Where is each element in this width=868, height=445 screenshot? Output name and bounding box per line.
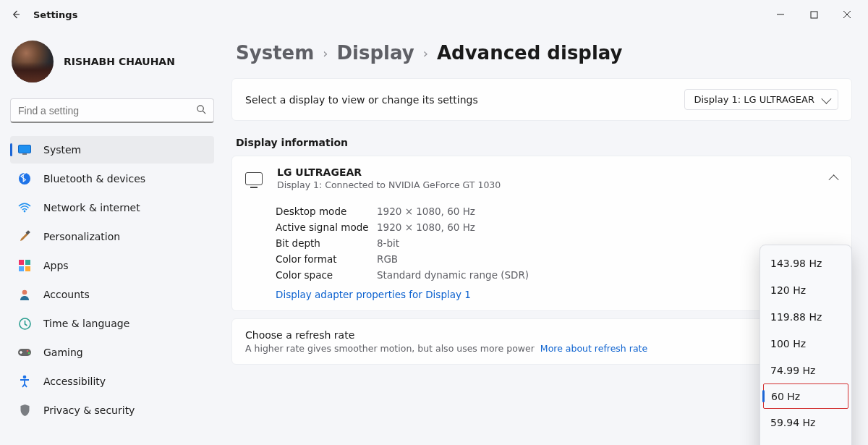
brush-icon (17, 229, 32, 244)
close-icon (843, 10, 851, 19)
refresh-rate-option[interactable]: 119.88 Hz (760, 303, 851, 330)
shield-icon (17, 403, 32, 418)
refresh-rate-option[interactable]: 60 Hz (763, 383, 848, 409)
minimize-button[interactable] (764, 3, 797, 26)
section-title: Display information (236, 137, 852, 148)
titlebar: Settings (0, 0, 868, 29)
svg-rect-7 (19, 260, 24, 265)
info-key: Color space (276, 269, 377, 281)
sidebar-item-label: System (43, 144, 81, 156)
svg-rect-8 (25, 260, 30, 265)
svg-point-16 (23, 376, 27, 379)
breadcrumb-l1[interactable]: System (236, 42, 314, 64)
display-select[interactable]: Display 1: LG ULTRAGEAR (684, 89, 838, 110)
info-row: Bit depth8-bit (276, 235, 838, 251)
breadcrumb-l2[interactable]: Display (337, 42, 414, 64)
info-key: Bit depth (276, 237, 377, 249)
sidebar-item-label: Network & internet (43, 202, 140, 213)
breadcrumb: System › Display › Advanced display (231, 42, 852, 64)
back-button[interactable] (4, 3, 27, 26)
sidebar-item-network-internet[interactable]: Network & internet (10, 194, 214, 221)
username: RISHABH CHAUHAN (64, 56, 175, 67)
sidebar-item-system[interactable]: System (10, 136, 214, 164)
person-icon (17, 287, 32, 302)
breadcrumb-current: Advanced display (437, 42, 623, 64)
info-row: Color formatRGB (276, 251, 838, 267)
nav-list: SystemBluetooth & devicesNetwork & inter… (10, 136, 214, 424)
svg-point-11 (22, 290, 27, 295)
selector-prompt: Select a display to view or change its s… (245, 94, 478, 106)
chevron-right-icon: › (423, 46, 428, 61)
maximize-icon (810, 11, 818, 19)
refresh-rate-option[interactable]: 100 Hz (760, 330, 851, 357)
clock-icon (17, 316, 32, 331)
search-input[interactable] (10, 98, 214, 123)
sidebar-item-accounts[interactable]: Accounts (10, 281, 214, 308)
svg-rect-9 (19, 266, 24, 271)
arrow-left-icon (10, 9, 22, 20)
svg-rect-2 (19, 145, 31, 153)
display-sub: Display 1: Connected to NVIDIA GeForce G… (277, 179, 817, 190)
refresh-rate-option[interactable]: 143.98 Hz (760, 250, 851, 276)
sidebar-item-privacy-security[interactable]: Privacy & security (10, 397, 214, 424)
accessibility-icon (17, 374, 32, 389)
chevron-up-icon (829, 174, 839, 185)
display-info-header[interactable]: LG ULTRAGEAR Display 1: Connected to NVI… (232, 156, 851, 200)
user-block[interactable]: RISHABH CHAUHAN (10, 36, 214, 94)
search-container (10, 98, 214, 123)
sidebar: RISHABH CHAUHAN SystemBluetooth & device… (0, 29, 224, 445)
sidebar-item-time-language[interactable]: Time & language (10, 310, 214, 337)
avatar (12, 41, 54, 82)
display-selector-card: Select a display to view or change its s… (231, 78, 852, 121)
info-key: Desktop mode (276, 205, 377, 217)
refresh-title: Choose a refresh rate (245, 329, 838, 341)
svg-point-5 (24, 211, 26, 213)
sidebar-item-label: Bluetooth & devices (43, 173, 145, 185)
gamepad-icon (17, 345, 32, 360)
chevron-right-icon: › (323, 46, 328, 61)
refresh-rate-option[interactable]: 50 Hz (760, 436, 851, 445)
refresh-link[interactable]: More about refresh rate (540, 343, 647, 354)
sidebar-item-label: Personalization (43, 231, 120, 242)
sidebar-item-label: Time & language (43, 318, 129, 329)
refresh-sub: A higher rate gives smoother motion, but… (245, 343, 535, 354)
refresh-rate-dropdown: 143.98 Hz120 Hz119.88 Hz100 Hz74.99 Hz60… (760, 245, 852, 445)
svg-rect-0 (811, 12, 817, 18)
svg-point-14 (27, 350, 29, 352)
refresh-rate-option[interactable]: 120 Hz (760, 276, 851, 303)
sidebar-item-label: Apps (43, 260, 69, 271)
info-row: Color spaceStandard dynamic range (SDR) (276, 267, 838, 283)
main: System › Display › Advanced display Sele… (224, 29, 868, 445)
svg-point-1 (197, 106, 203, 111)
info-key: Active signal mode (276, 221, 377, 233)
sidebar-item-personalization[interactable]: Personalization (10, 223, 214, 250)
chevron-down-icon (821, 93, 831, 103)
sidebar-item-accessibility[interactable]: Accessibility (10, 368, 214, 395)
close-button[interactable] (830, 3, 864, 26)
sidebar-item-bluetooth-devices[interactable]: Bluetooth & devices (10, 165, 214, 192)
svg-rect-10 (25, 266, 30, 271)
info-value: 1920 × 1080, 60 Hz (377, 221, 838, 233)
maximize-button[interactable] (797, 3, 830, 26)
sidebar-item-gaming[interactable]: Gaming (10, 339, 214, 366)
minimize-icon (776, 10, 785, 19)
search-icon (196, 104, 207, 117)
system-icon (17, 143, 32, 157)
svg-point-15 (28, 352, 30, 355)
info-key: Color format (276, 253, 377, 265)
display-name: LG ULTRAGEAR (277, 166, 817, 178)
sidebar-item-label: Gaming (43, 347, 83, 358)
svg-rect-3 (22, 153, 27, 155)
refresh-rate-option[interactable]: 74.99 Hz (760, 357, 851, 383)
info-value: 1920 × 1080, 60 Hz (377, 205, 838, 217)
bluetooth-icon (17, 171, 32, 186)
sidebar-item-label: Accessibility (43, 376, 106, 387)
adapter-properties-link[interactable]: Display adapter properties for Display 1 (276, 283, 471, 300)
refresh-rate-option[interactable]: 59.94 Hz (760, 409, 851, 436)
display-select-value: Display 1: LG ULTRAGEAR (694, 94, 814, 105)
sidebar-item-label: Accounts (43, 289, 90, 300)
sidebar-item-apps[interactable]: Apps (10, 252, 214, 279)
apps-icon (17, 258, 32, 273)
wifi-icon (17, 200, 32, 215)
display-info-body: Desktop mode1920 × 1080, 60 HzActive sig… (232, 200, 851, 310)
